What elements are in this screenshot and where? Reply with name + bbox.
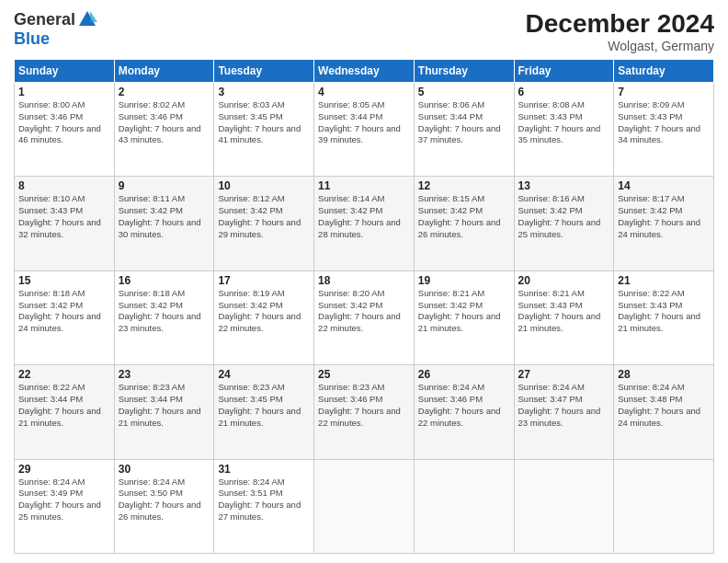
day-info: Sunrise: 8:24 AMSunset: 3:46 PMDaylight:… <box>418 382 510 429</box>
calendar-cell: 29Sunrise: 8:24 AMSunset: 3:49 PMDayligh… <box>15 459 115 553</box>
day-number: 12 <box>418 179 510 192</box>
calendar-week-row: 29Sunrise: 8:24 AMSunset: 3:49 PMDayligh… <box>15 459 714 553</box>
calendar-cell: 1Sunrise: 8:00 AMSunset: 3:46 PMDaylight… <box>15 83 115 177</box>
day-info: Sunrise: 8:24 AMSunset: 3:50 PMDaylight:… <box>119 477 210 523</box>
day-info: Sunrise: 8:03 AMSunset: 3:45 PMDaylight:… <box>218 99 310 146</box>
calendar-cell: 9Sunrise: 8:11 AMSunset: 3:42 PMDaylight… <box>114 177 214 270</box>
svg-marker-1 <box>90 11 97 22</box>
calendar-cell: 12Sunrise: 8:15 AMSunset: 3:42 PMDayligh… <box>414 177 514 270</box>
day-number: 5 <box>418 86 510 98</box>
day-info: Sunrise: 8:12 AMSunset: 3:42 PMDaylight:… <box>218 193 310 240</box>
calendar-cell: 5Sunrise: 8:06 AMSunset: 3:44 PMDaylight… <box>414 83 514 177</box>
calendar-week-row: 1Sunrise: 8:00 AMSunset: 3:46 PMDaylight… <box>15 83 714 177</box>
calendar-cell: 14Sunrise: 8:17 AMSunset: 3:42 PMDayligh… <box>614 177 714 270</box>
calendar-cell: 27Sunrise: 8:24 AMSunset: 3:47 PMDayligh… <box>514 365 614 459</box>
day-number: 21 <box>618 274 710 287</box>
day-number: 8 <box>18 179 110 192</box>
day-info: Sunrise: 8:23 AMSunset: 3:44 PMDaylight:… <box>119 382 210 429</box>
day-info: Sunrise: 8:22 AMSunset: 3:44 PMDaylight:… <box>18 382 110 429</box>
day-info: Sunrise: 8:20 AMSunset: 3:42 PMDaylight:… <box>318 288 410 335</box>
calendar-cell: 16Sunrise: 8:18 AMSunset: 3:42 PMDayligh… <box>114 270 214 364</box>
day-number: 15 <box>18 274 110 287</box>
day-number: 23 <box>119 368 210 381</box>
day-number: 19 <box>418 274 510 287</box>
calendar-cell: 25Sunrise: 8:23 AMSunset: 3:46 PMDayligh… <box>314 365 415 459</box>
day-info: Sunrise: 8:24 AMSunset: 3:47 PMDaylight:… <box>518 382 610 429</box>
day-number: 13 <box>518 179 610 192</box>
day-number: 26 <box>418 368 510 381</box>
calendar-day-header: Monday <box>114 60 214 83</box>
day-number: 29 <box>18 463 110 476</box>
day-info: Sunrise: 8:17 AMSunset: 3:42 PMDaylight:… <box>618 193 710 240</box>
location: Wolgast, Germany <box>526 39 714 53</box>
day-number: 11 <box>318 179 410 192</box>
day-number: 17 <box>218 274 310 287</box>
day-number: 20 <box>518 274 610 287</box>
calendar-cell: 28Sunrise: 8:24 AMSunset: 3:48 PMDayligh… <box>614 365 714 459</box>
day-number: 9 <box>119 179 210 192</box>
day-info: Sunrise: 8:22 AMSunset: 3:43 PMDaylight:… <box>618 288 710 335</box>
day-info: Sunrise: 8:19 AMSunset: 3:42 PMDaylight:… <box>218 288 310 335</box>
calendar-cell: 10Sunrise: 8:12 AMSunset: 3:42 PMDayligh… <box>214 177 314 270</box>
day-info: Sunrise: 8:18 AMSunset: 3:42 PMDaylight:… <box>18 288 110 335</box>
calendar-cell: 20Sunrise: 8:21 AMSunset: 3:43 PMDayligh… <box>514 270 614 364</box>
day-number: 3 <box>218 86 310 98</box>
calendar-cell: 21Sunrise: 8:22 AMSunset: 3:43 PMDayligh… <box>614 270 714 364</box>
calendar-cell: 4Sunrise: 8:05 AMSunset: 3:44 PMDaylight… <box>314 83 415 177</box>
title-section: December 2024 Wolgast, Germany <box>526 9 714 53</box>
day-number: 31 <box>218 463 310 476</box>
day-info: Sunrise: 8:21 AMSunset: 3:42 PMDaylight:… <box>418 288 510 335</box>
logo-general-text: General <box>14 10 75 29</box>
calendar-cell: 30Sunrise: 8:24 AMSunset: 3:50 PMDayligh… <box>114 459 214 553</box>
day-number: 4 <box>318 86 410 98</box>
calendar-cell: 13Sunrise: 8:16 AMSunset: 3:42 PMDayligh… <box>514 177 614 270</box>
calendar-day-header: Thursday <box>414 60 514 83</box>
day-number: 14 <box>618 179 710 192</box>
day-info: Sunrise: 8:00 AMSunset: 3:46 PMDaylight:… <box>18 99 110 146</box>
calendar-cell <box>414 459 514 553</box>
calendar-cell: 8Sunrise: 8:10 AMSunset: 3:43 PMDaylight… <box>15 177 115 270</box>
day-info: Sunrise: 8:14 AMSunset: 3:42 PMDaylight:… <box>318 193 410 240</box>
day-info: Sunrise: 8:24 AMSunset: 3:48 PMDaylight:… <box>618 382 710 429</box>
day-info: Sunrise: 8:23 AMSunset: 3:45 PMDaylight:… <box>218 382 310 429</box>
day-number: 16 <box>119 274 210 287</box>
calendar-cell: 17Sunrise: 8:19 AMSunset: 3:42 PMDayligh… <box>214 270 314 364</box>
day-info: Sunrise: 8:09 AMSunset: 3:43 PMDaylight:… <box>618 99 710 146</box>
day-info: Sunrise: 8:18 AMSunset: 3:42 PMDaylight:… <box>119 288 210 335</box>
calendar-day-header: Wednesday <box>314 60 415 83</box>
calendar-cell: 2Sunrise: 8:02 AMSunset: 3:46 PMDaylight… <box>114 83 214 177</box>
logo: General Blue <box>14 9 97 49</box>
day-info: Sunrise: 8:08 AMSunset: 3:43 PMDaylight:… <box>518 99 610 146</box>
day-number: 28 <box>618 368 710 381</box>
day-number: 10 <box>218 179 310 192</box>
calendar-week-row: 15Sunrise: 8:18 AMSunset: 3:42 PMDayligh… <box>15 270 714 364</box>
day-number: 6 <box>518 86 610 98</box>
calendar-day-header: Tuesday <box>214 60 314 83</box>
day-info: Sunrise: 8:06 AMSunset: 3:44 PMDaylight:… <box>418 99 510 146</box>
calendar-day-header: Saturday <box>614 60 714 83</box>
day-info: Sunrise: 8:05 AMSunset: 3:44 PMDaylight:… <box>318 99 410 146</box>
day-info: Sunrise: 8:16 AMSunset: 3:42 PMDaylight:… <box>518 193 610 240</box>
calendar-week-row: 8Sunrise: 8:10 AMSunset: 3:43 PMDaylight… <box>15 177 714 270</box>
logo-blue-text: Blue <box>14 29 50 48</box>
calendar-cell: 7Sunrise: 8:09 AMSunset: 3:43 PMDaylight… <box>614 83 714 177</box>
header: General Blue December 2024 Wolgast, Germ… <box>14 9 714 53</box>
day-info: Sunrise: 8:11 AMSunset: 3:42 PMDaylight:… <box>119 193 210 240</box>
day-info: Sunrise: 8:02 AMSunset: 3:46 PMDaylight:… <box>119 99 210 146</box>
calendar-cell: 22Sunrise: 8:22 AMSunset: 3:44 PMDayligh… <box>15 365 115 459</box>
calendar-day-header: Sunday <box>15 60 115 83</box>
calendar-cell: 6Sunrise: 8:08 AMSunset: 3:43 PMDaylight… <box>514 83 614 177</box>
day-info: Sunrise: 8:21 AMSunset: 3:43 PMDaylight:… <box>518 288 610 335</box>
day-number: 1 <box>18 86 110 98</box>
calendar-cell: 23Sunrise: 8:23 AMSunset: 3:44 PMDayligh… <box>114 365 214 459</box>
day-info: Sunrise: 8:24 AMSunset: 3:49 PMDaylight:… <box>18 477 110 523</box>
calendar-cell: 19Sunrise: 8:21 AMSunset: 3:42 PMDayligh… <box>414 270 514 364</box>
logo-icon <box>77 9 97 29</box>
day-info: Sunrise: 8:23 AMSunset: 3:46 PMDaylight:… <box>318 382 410 429</box>
day-number: 25 <box>318 368 410 381</box>
page: General Blue December 2024 Wolgast, Germ… <box>0 0 728 563</box>
calendar-day-header: Friday <box>514 60 614 83</box>
calendar-week-row: 22Sunrise: 8:22 AMSunset: 3:44 PMDayligh… <box>15 365 714 459</box>
month-title: December 2024 <box>526 9 714 39</box>
day-number: 24 <box>218 368 310 381</box>
